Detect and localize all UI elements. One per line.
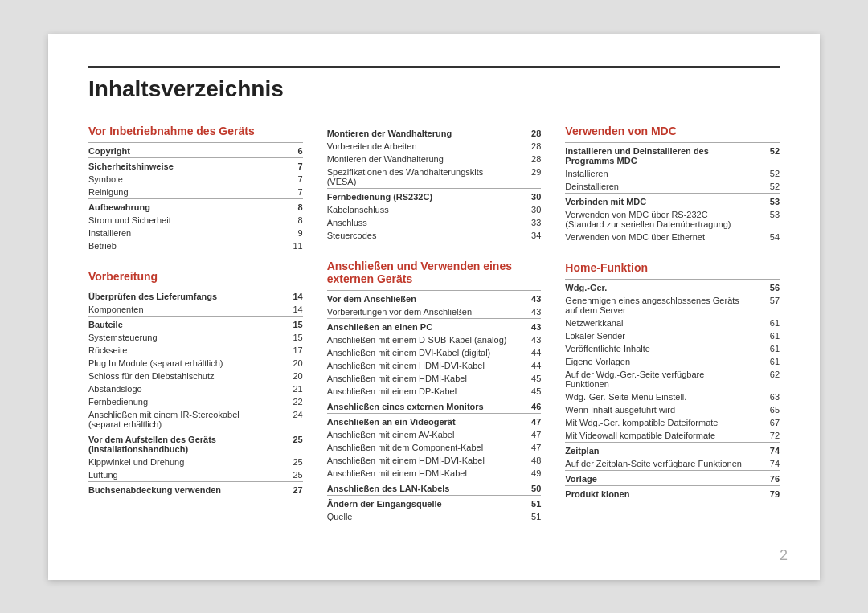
entry-name: Bauteile [88, 316, 271, 331]
table-row: Abstandslogo21 [88, 382, 303, 395]
entry-page: 47 [509, 441, 541, 454]
entry-page: 79 [747, 485, 780, 501]
entry-name: Fernbedienung [88, 395, 271, 408]
entry-name: Eigene Vorlagen [565, 355, 747, 368]
entry-name: Auf der Wdg.-Ger.-Seite verfügbare Funkt… [565, 368, 747, 390]
entry-name: Rückseite [88, 344, 271, 357]
entry-name: Vorbereitungen vor dem Anschließen [327, 305, 510, 319]
table-row: Auf der Wdg.-Ger.-Seite verfügbare Funkt… [565, 368, 780, 390]
entry-name: Vor dem Anschließen [327, 290, 510, 305]
entry-name: Komponenten [88, 303, 271, 317]
column-3: Verwenden von MDCInstallieren und Deinst… [565, 125, 780, 541]
entry-page: 47 [509, 413, 541, 428]
entry-name: Steuercodes [327, 229, 510, 242]
page-title: Inhaltsverzeichnis [88, 76, 780, 102]
table-row: Anschließen des LAN-Kabels50 [327, 480, 542, 495]
entry-page: 48 [509, 454, 541, 467]
entry-page: 46 [509, 398, 541, 413]
entry-name: Anschließen mit einem AV-Kabel [327, 428, 510, 441]
entry-page: 28 [509, 153, 541, 166]
entry-name: Montieren der Wandhalterung [327, 153, 510, 166]
table-row: Vor dem Anschließen43 [327, 290, 542, 305]
entry-page: 8 [271, 198, 303, 214]
entry-page: 63 [747, 390, 780, 403]
entry-name: Installieren und Deinstallieren des Prog… [565, 142, 747, 167]
table-row: Vorbereitungen vor dem Anschließen43 [327, 305, 542, 319]
entry-page: 47 [509, 428, 541, 441]
entry-name: Anschließen des LAN-Kabels [327, 480, 510, 495]
table-row: Anschließen mit einem HDMI-DVI-Kabel44 [327, 359, 542, 372]
table-row: Anschließen mit einem HDMI-DVI-Kabel48 [327, 454, 542, 467]
toc-table: Wdg.-Ger.56Genehmigen eines angeschlosse… [565, 279, 780, 501]
section-title: Vorbereitung [88, 270, 303, 283]
entry-name: Reinigung [88, 186, 271, 199]
entry-page: 25 [271, 431, 303, 456]
entry-page: 6 [271, 142, 303, 157]
entry-name: Anschließen mit einem DVI-Kabel (digital… [327, 346, 510, 359]
entry-page: 67 [747, 416, 780, 429]
table-row: Wenn Inhalt ausgeführt wird65 [565, 403, 780, 416]
entry-name: Wdg.-Ger.-Seite Menü Einstell. [565, 390, 747, 403]
section-block: Anschließen und Verwenden eines externen… [327, 260, 542, 523]
entry-page: 25 [271, 456, 303, 468]
entry-page: 14 [271, 288, 303, 303]
entry-name: Wdg.-Ger. [565, 279, 747, 294]
section-block: Vor Inbetriebnahme des GerätsCopyright6S… [88, 125, 303, 252]
table-row: Verwenden von MDC über RS-232C (Standard… [565, 208, 780, 231]
table-row: Verwenden von MDC über Ethernet54 [565, 231, 780, 243]
column-2: Montieren der Wandhalterung28Vorbereiten… [327, 125, 542, 541]
table-row: Anschließen an ein Videogerät47 [327, 413, 542, 428]
table-row: Anschließen mit einem DVI-Kabel (digital… [327, 346, 542, 359]
table-row: Vorbereitende Arbeiten28 [327, 140, 542, 153]
entry-page: 53 [747, 193, 780, 208]
entry-page: 43 [509, 333, 541, 346]
entry-name: Anschluss [327, 216, 510, 229]
entry-name: Sicherheitshinweise [88, 157, 271, 173]
entry-page: 56 [747, 279, 780, 294]
entry-name: Anschließen eines externen Monitors [327, 398, 510, 413]
entry-page: 43 [509, 305, 541, 319]
entry-name: Copyright [88, 142, 271, 157]
entry-name: Anschließen mit einem HDMI-DVI-Kabel [327, 454, 510, 467]
table-row: Montieren der Wandhalterung28 [327, 125, 542, 140]
entry-name: Vorbereitende Arbeiten [327, 140, 510, 153]
entry-name: Deinstallieren [565, 180, 747, 194]
entry-page: 50 [509, 480, 541, 495]
entry-name: Zeitplan [565, 442, 747, 457]
entry-page: 44 [509, 359, 541, 372]
section-block: Home-FunktionWdg.-Ger.56Genehmigen eines… [565, 261, 780, 501]
table-row: Fernbedienung (RS232C)30 [327, 188, 542, 203]
entry-page: 57 [747, 294, 780, 317]
table-row: Anschließen mit einem HDMI-Kabel49 [327, 467, 542, 480]
entry-name: Anschließen mit einem HDMI-Kabel [327, 372, 510, 385]
table-row: Verbinden mit MDC53 [565, 193, 780, 208]
entry-name: Vor dem Aufstellen des Geräts (Installat… [88, 431, 271, 456]
entry-name: Buchsenabdeckung verwenden [88, 481, 271, 497]
entry-page: 34 [509, 229, 541, 242]
entry-page: 45 [509, 385, 541, 398]
entry-name: Aufbewahrung [88, 198, 271, 214]
entry-page: 11 [271, 239, 303, 252]
entry-page: 7 [271, 173, 303, 186]
entry-page: 65 [747, 403, 780, 416]
entry-name: Wenn Inhalt ausgeführt wird [565, 403, 747, 416]
entry-name: Mit Videowall kompatible Dateiformate [565, 429, 747, 443]
section-block: Verwenden von MDCInstallieren und Deinst… [565, 125, 780, 243]
table-row: Quelle51 [327, 510, 542, 523]
table-row: Wdg.-Ger.56 [565, 279, 780, 294]
entry-page: 28 [509, 140, 541, 153]
entry-name: Quelle [327, 510, 510, 523]
table-row: Steuercodes34 [327, 229, 542, 242]
table-row: Installieren9 [88, 227, 303, 239]
table-row: Anschließen an einen PC43 [327, 318, 542, 333]
entry-name: Installieren [565, 167, 747, 180]
entry-page: 74 [747, 442, 780, 457]
table-row: Fernbedienung22 [88, 395, 303, 408]
table-row: Wdg.-Ger.-Seite Menü Einstell.63 [565, 390, 780, 403]
table-row: Lüftung25 [88, 468, 303, 482]
section-title: Verwenden von MDC [565, 125, 780, 137]
table-row: Anschließen mit einem IR-Stereokabel (se… [88, 408, 303, 431]
entry-page: 53 [747, 208, 780, 231]
entry-name: Anschließen an einen PC [327, 318, 510, 333]
entry-name: Verbinden mit MDC [565, 193, 747, 208]
